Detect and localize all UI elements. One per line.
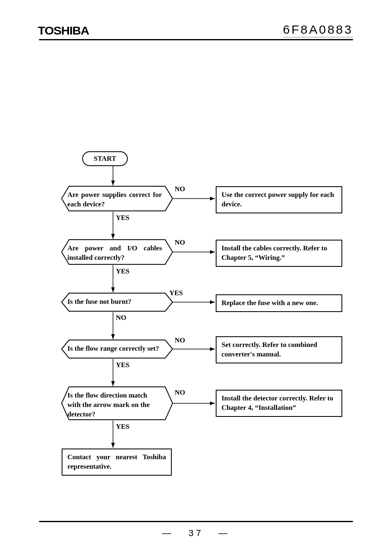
decision-text: Is the fuse not burnt?: [62, 293, 168, 311]
decision-flow-range: Is the flow range correctly set?: [62, 340, 173, 358]
decision-flow-direction: Is the flow direction match with the arr…: [62, 387, 173, 420]
decision-text: Is the flow range correctly set?: [62, 340, 168, 358]
decision-text: Is the flow direction match with the arr…: [62, 387, 168, 423]
decision-cables: Are power and I/O cables installed corre…: [62, 240, 173, 264]
page-header: TOSHIBA 6F8A0883: [39, 23, 353, 40]
document-page: TOSHIBA 6F8A0883 START Are power supplie…: [0, 0, 392, 555]
page-number: — 37 —: [0, 528, 392, 539]
decision-fuse: Is the fuse not burnt?: [62, 293, 173, 311]
brand-logo: TOSHIBA: [38, 24, 89, 37]
document-id: 6F8A0883: [283, 23, 353, 37]
decision-text: Are power supplies correct for each devi…: [62, 186, 168, 213]
footer-rule: [39, 521, 353, 522]
decision-text: Are power and I/O cables installed corre…: [62, 240, 168, 267]
flowchart: START Are power supplies correct for eac…: [39, 151, 353, 488]
decision-power-supplies: Are power supplies correct for each devi…: [62, 186, 173, 211]
